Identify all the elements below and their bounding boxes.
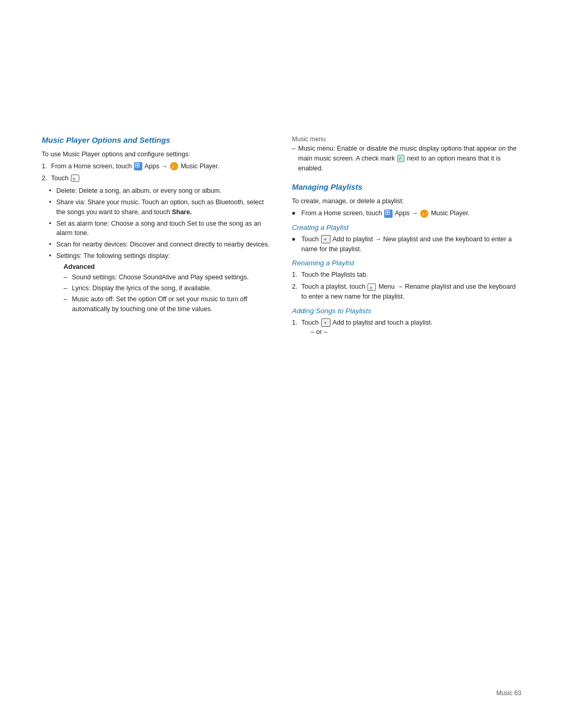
adding-steps-list: 1. Touch Add to playlist and touch a pla…: [292, 318, 521, 338]
renaming-step1-text: Touch the Playlists tab.: [301, 271, 368, 278]
bullet-alarm: Set as alarm tone: Choose a song and tou…: [49, 219, 271, 239]
settings-sub-list: Advanced Sound settings: Choose SoundAli…: [56, 262, 271, 314]
managing-bullet-list: From a Home screen, touch Apps → Music P…: [292, 208, 521, 218]
left-intro: To use Music Player options and configur…: [42, 150, 271, 159]
settings-sound: Sound settings: Choose SoundAlive and Pl…: [64, 273, 271, 282]
adding-step-1: 1. Touch Add to playlist and touch a pla…: [292, 318, 521, 338]
checkmark-icon: [397, 155, 405, 162]
creating-add-label: Add to playlist: [333, 236, 375, 243]
managing-arrow: →: [411, 209, 420, 217]
bullet-delete: Delete: Delete a song, an album, or ever…: [49, 186, 271, 196]
footer-page-num: 63: [515, 689, 521, 697]
adding-title: Adding Songs to Playlists: [292, 307, 521, 315]
footer-label: Music: [496, 689, 512, 697]
add-playlist-icon-2: [321, 318, 331, 327]
step2-text-before: Touch: [51, 175, 70, 182]
managing-bullet: From a Home screen, touch Apps → Music P…: [292, 208, 521, 218]
apps-icon: [134, 162, 142, 170]
music-menu-label: Music menu: [292, 135, 521, 143]
renaming-arrow: →: [397, 283, 403, 290]
step1-apps-label: Apps: [144, 163, 160, 170]
step1-arrow: →: [161, 163, 169, 170]
bullet-scan: Scan for nearby devices: Discover and co…: [49, 240, 271, 250]
right-section-title: Managing Playlists: [292, 182, 521, 191]
settings-auto-off: Music auto off: Set the option Off or se…: [64, 294, 271, 314]
music-menu-dash: Music menu: Enable or disable the music …: [292, 144, 521, 173]
step1-music-label: Music Player.: [181, 163, 219, 170]
music-player-icon-1: [170, 162, 178, 170]
menu-icon-1: [71, 175, 79, 182]
right-column: Music menu Music menu: Enable or disable…: [292, 135, 521, 686]
music-player-icon-2: [420, 209, 429, 218]
add-playlist-icon-1: [321, 235, 331, 243]
creating-bullet-list: Touch Add to playlist → New playlist and…: [292, 235, 521, 254]
managing-intro: To create, manage, or delete a playlist:: [292, 196, 521, 206]
left-bullets: Delete: Delete a song, an album, or ever…: [42, 186, 271, 314]
settings-lyrics: Lyrics: Display the lyrics of the song, …: [64, 283, 271, 293]
menu-icon-2: [368, 283, 376, 291]
left-step-2: 2. Touch: [42, 174, 271, 183]
managing-apps-label: Apps: [395, 209, 410, 217]
left-column: Music Player Options and Settings To use…: [42, 135, 271, 686]
left-step-1: 1. From a Home screen, touch Apps → Musi…: [42, 162, 271, 171]
creating-title: Creating a Playlist: [292, 224, 521, 231]
renaming-step-1: 1. Touch the Playlists tab.: [292, 270, 521, 280]
renaming-steps-list: 1. Touch the Playlists tab. 2. Touch a p…: [292, 270, 521, 301]
bullet-share: Share via: Share your music. Touch an op…: [49, 198, 271, 217]
adding-or: – or –: [301, 327, 327, 337]
creating-bullet: Touch Add to playlist → New playlist and…: [292, 235, 521, 254]
renaming-title: Renaming a Playlist: [292, 259, 521, 267]
left-steps-list: 1. From a Home screen, touch Apps → Musi…: [42, 162, 271, 183]
apps-icon-2: [384, 209, 393, 218]
renaming-step-2: 2. Touch a playlist, touch Menu → Rename…: [292, 282, 521, 302]
page-footer: Music 63: [496, 689, 521, 697]
creating-arrow: →: [375, 236, 383, 243]
step1-text-before: From a Home screen, touch: [51, 163, 133, 170]
left-section-title: Music Player Options and Settings: [42, 135, 271, 144]
managing-music-label: Music Player.: [431, 209, 470, 217]
page: Music Player Options and Settings To use…: [0, 0, 563, 728]
settings-advanced: Advanced: [64, 262, 271, 272]
bullet-settings: Settings: The following settings display…: [49, 251, 271, 314]
